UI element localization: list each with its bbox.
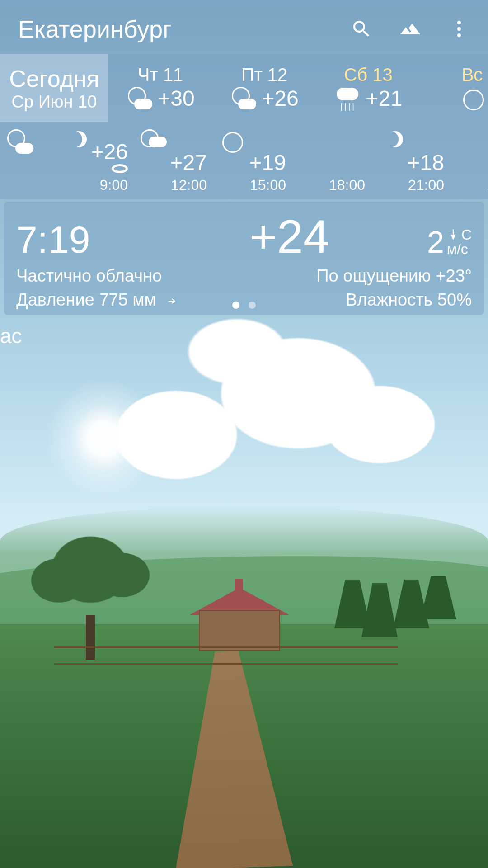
pager-dot[interactable] [232, 302, 239, 309]
wind-speed: 2 [427, 224, 444, 259]
wind-unit: м/с [447, 242, 472, 256]
current-wind: 2 С м/с [427, 224, 472, 259]
day-card[interactable]: Чт 11+30 [108, 54, 212, 122]
search-icon[interactable] [351, 18, 372, 40]
day-temp: +30 [158, 86, 194, 111]
day-card[interactable]: Вс [420, 54, 488, 122]
day-label: Чт 11 [138, 65, 183, 85]
sun-cloud-icon [230, 85, 257, 112]
wind-direction-icon [447, 228, 460, 241]
svg-point-2 [457, 33, 461, 37]
hour-card[interactable] [0, 126, 54, 195]
hour-card[interactable]: 24:00 [450, 126, 488, 195]
svg-point-0 [457, 21, 461, 24]
hour-temp: +18 [408, 150, 444, 175]
sun-icon [459, 85, 486, 112]
hour-time: 18:00 [329, 177, 365, 193]
hourly-forecast-row[interactable]: +269:00+2712:00+1915:0018:00+1821:0024:0… [0, 122, 488, 199]
header-actions [351, 18, 470, 40]
sun-cloud-icon [126, 85, 153, 112]
day-date: Ср Июн 10 [12, 92, 97, 112]
day-label: Сб 13 [344, 65, 392, 85]
sun-icon [218, 127, 247, 150]
rain-icon [334, 85, 361, 112]
day-label: Сегодня [9, 65, 99, 92]
day-temp: +26 [262, 86, 298, 111]
current-condition: Частично облачно [16, 266, 179, 286]
city-name[interactable]: Екатеринбург [18, 15, 172, 43]
day-card[interactable]: СегодняСр Июн 10 [0, 54, 108, 122]
current-weather-card[interactable]: 7:19 +24 2 С м/с Частично облачно Давлен… [4, 202, 484, 315]
moon-icon [60, 127, 89, 139]
hour-card[interactable]: 18:00 [291, 126, 371, 195]
hour-time: 12:00 [171, 177, 207, 193]
partial-label: ас [0, 315, 488, 348]
current-time: 7:19 [16, 218, 152, 262]
hour-time: 15:00 [250, 177, 286, 193]
feels-like: По ощущению +23° [316, 266, 472, 286]
wind-direction: С [461, 227, 472, 242]
moon-icon [376, 127, 405, 150]
landscape-icon[interactable] [399, 18, 421, 40]
hour-card[interactable]: +269:00 [54, 126, 133, 195]
app-header: Екатеринбург [0, 0, 488, 54]
hour-card[interactable]: +1915:00 [212, 126, 291, 195]
card-pager[interactable] [16, 302, 472, 309]
hour-time: 9:00 [100, 177, 128, 193]
svg-point-1 [457, 27, 461, 31]
day-temp: +21 [366, 86, 402, 111]
hour-time: 21:00 [408, 177, 444, 193]
day-card[interactable]: Сб 13+21 [316, 54, 420, 122]
day-label: Пт 12 [241, 65, 288, 85]
hour-card[interactable]: +2712:00 [133, 126, 212, 195]
hour-card[interactable]: +1821:00 [371, 126, 450, 195]
sun-cloud-icon [5, 127, 34, 156]
pager-dot[interactable] [249, 302, 256, 309]
current-temp: +24 [152, 210, 427, 264]
daily-forecast-row[interactable]: СегодняСр Июн 10Чт 11+30Пт 12+26Сб 13+21… [0, 54, 488, 122]
hour-temp: +19 [249, 150, 286, 175]
more-icon[interactable] [448, 18, 470, 40]
hour-temp: +27 [170, 150, 207, 175]
hour-temp: +26 [91, 139, 128, 164]
day-label: Вс [462, 65, 483, 85]
sun-cloud-icon [139, 127, 168, 150]
day-card[interactable]: Пт 12+26 [212, 54, 316, 122]
now-indicator-icon [112, 164, 128, 173]
